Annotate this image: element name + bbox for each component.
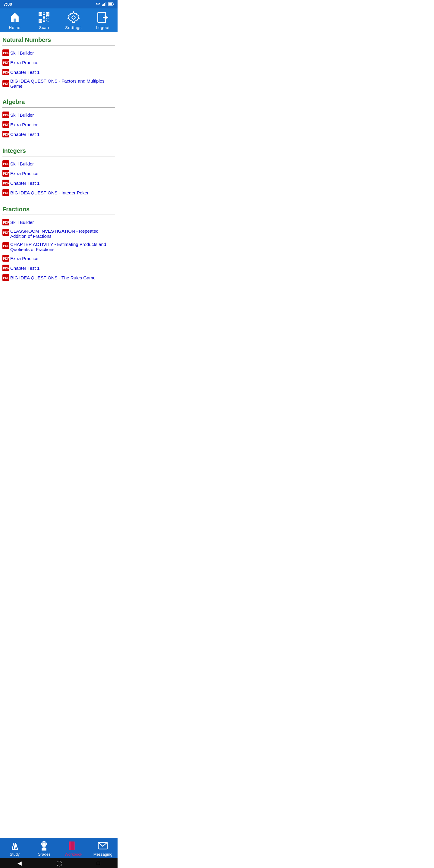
logout-icon [96,11,110,24]
category-title-integers: Integers [2,147,115,154]
doc-algebra-skill-builder[interactable]: PDF Skill Builder [2,110,115,120]
svg-rect-9 [40,13,41,15]
pdf-icon: PDF [2,131,9,137]
svg-rect-26 [44,21,45,22]
doc-fractions-classroom-inv[interactable]: PDF CLASSROOM INVESTIGATION - Repeated A… [2,227,115,240]
svg-rect-11 [47,13,49,15]
settings-icon [67,11,80,24]
svg-text:PDF: PDF [3,123,9,127]
category-title-algebra: Algebra [2,98,115,105]
doc-fractions-extra-practice[interactable]: PDF Extra Practice [2,253,115,263]
category-title-fractions: Fractions [2,206,115,213]
svg-text:PDF: PDF [3,267,9,270]
pdf-icon: PDF [2,189,9,196]
doc-integers-extra-practice[interactable]: PDF Extra Practice [2,168,115,178]
divider-natural-numbers [2,45,115,45]
svg-text:PDF: PDF [3,182,9,185]
home-label: Home [9,25,21,30]
svg-text:PDF: PDF [3,276,9,280]
wifi-icon [95,2,101,6]
svg-text:PDF: PDF [3,133,9,136]
doc-natural-skill-builder[interactable]: PDF Skill Builder [2,48,115,58]
svg-rect-25 [43,21,44,22]
top-nav: Home Scan [0,8,118,32]
nav-settings[interactable]: Settings [59,11,88,30]
pdf-icon: PDF [2,180,9,186]
svg-text:PDF: PDF [3,82,9,86]
scan-label: Scan [39,25,49,30]
home-icon [8,11,22,24]
settings-label: Settings [65,25,82,30]
svg-rect-16 [43,14,44,15]
svg-rect-22 [43,16,45,19]
doc-integers-skill-builder[interactable]: PDF Skill Builder [2,159,115,168]
svg-rect-2 [104,3,105,6]
doc-natural-chapter-test[interactable]: PDF Chapter Test 1 [2,67,115,77]
svg-text:PDF: PDF [3,61,9,64]
doc-natural-big-idea[interactable]: PDF BIG IDEA QUESTIONS - Factors and Mul… [2,77,115,90]
nav-logout[interactable]: Logout [88,11,118,30]
svg-text:PDF: PDF [3,191,9,195]
main-content: Natural Numbers PDF Skill Builder PDF Ex… [0,32,118,320]
svg-text:PDF: PDF [3,52,9,55]
doc-algebra-extra-practice[interactable]: PDF Extra Practice [2,120,115,129]
pdf-icon: PDF [2,80,9,87]
doc-fractions-skill-builder[interactable]: PDF Skill Builder [2,217,115,227]
category-algebra: Algebra PDF Skill Builder PDF Extra Prac… [2,98,115,139]
status-bar: 7:00 [0,0,118,8]
doc-algebra-chapter-test[interactable]: PDF Chapter Test 1 [2,129,115,139]
divider-algebra [2,107,115,107]
svg-rect-13 [40,20,41,22]
time-display: 7:00 [4,2,12,7]
svg-text:PDF: PDF [3,162,9,166]
pdf-icon: PDF [2,255,9,261]
pdf-icon: PDF [2,69,9,75]
doc-natural-extra-practice[interactable]: PDF Extra Practice [2,58,115,67]
svg-text:PDF: PDF [3,71,9,74]
nav-home[interactable]: Home [0,11,30,30]
doc-integers-big-idea[interactable]: PDF BIG IDEA QUESTIONS - Integer Poker [2,188,115,197]
pdf-icon: PDF [2,112,9,118]
logout-label: Logout [96,25,110,30]
doc-fractions-chapter-activity[interactable]: PDF CHAPTER ACTIVITY - Estimating Produc… [2,240,115,253]
doc-integers-chapter-test[interactable]: PDF Chapter Test 1 [2,178,115,188]
svg-rect-17 [44,14,45,15]
svg-rect-3 [105,2,106,6]
status-icons [95,2,114,6]
svg-rect-1 [103,4,104,6]
svg-rect-24 [44,20,45,21]
svg-rect-5 [113,4,114,5]
category-integers: Integers PDF Skill Builder PDF Extra Pra… [2,147,115,197]
signal-icon [102,2,107,6]
divider-integers [2,156,115,156]
svg-point-29 [72,16,75,19]
svg-rect-27 [46,20,47,21]
scan-icon [37,11,51,24]
svg-rect-20 [46,18,47,19]
divider-fractions [2,215,115,215]
pdf-icon: PDF [2,274,9,281]
svg-rect-23 [43,20,44,21]
svg-text:PDF: PDF [3,257,9,260]
pdf-icon: PDF [2,121,9,128]
svg-rect-6 [108,3,113,5]
category-fractions: Fractions PDF Skill Builder PDF CLASSROO… [2,206,115,282]
svg-rect-19 [48,16,49,17]
svg-rect-21 [48,18,49,19]
nav-scan[interactable]: Scan [30,11,59,30]
pdf-icon: PDF [2,219,9,225]
pdf-icon: PDF [2,170,9,177]
svg-rect-14 [43,13,44,13]
category-title-natural-numbers: Natural Numbers [2,36,115,43]
svg-rect-18 [46,16,47,17]
doc-fractions-big-idea[interactable]: PDF BIG IDEA QUESTIONS - The Rules Game [2,273,115,282]
svg-rect-0 [102,4,103,6]
svg-text:PDF: PDF [3,231,9,235]
svg-text:PDF: PDF [3,221,9,224]
svg-text:PDF: PDF [3,244,9,248]
pdf-icon: PDF [2,265,9,271]
pdf-icon: PDF [2,242,9,249]
doc-fractions-chapter-test[interactable]: PDF Chapter Test 1 [2,263,115,273]
svg-text:PDF: PDF [3,172,9,176]
svg-rect-15 [44,13,45,13]
